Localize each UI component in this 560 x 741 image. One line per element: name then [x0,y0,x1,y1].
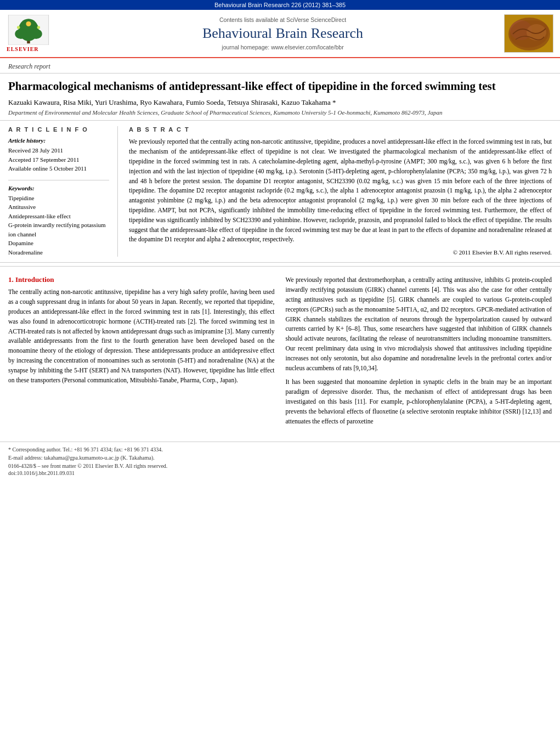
keyword-3: Antidepressant-like effect [8,212,109,221]
brain-image-area [493,14,553,53]
accepted-date: Accepted 17 September 2011 [8,155,109,165]
journal-bar: Behavioural Brain Research 226 (2012) 38… [0,0,560,10]
keyword-5: Dopamine [8,239,109,248]
elsevier-wordmark: ELSEVIER [7,46,39,52]
keywords-section: Keywords: Tipepidine Antitussive Antidep… [8,180,109,257]
svg-point-11 [527,24,546,41]
footer: * Corresponding author. Tel.: +81 96 371… [0,442,560,479]
intro-title: 1. Introduction [8,275,275,284]
svg-point-10 [510,20,532,40]
brain-image [504,14,553,53]
right-paragraph-1: We previously reported that dextromethor… [286,275,552,373]
intro-section: 1. Introduction The centrally acting non… [8,275,275,431]
body-content: 1. Introduction The centrally acting non… [0,270,560,436]
svg-point-4 [30,29,42,39]
article-type-label: Research report [8,63,50,70]
elsevier-logo-area: ELSEVIER [7,15,72,52]
keyword-6: Noradrenaline [8,248,109,257]
history-label: Article history: [8,137,109,144]
available-date: Available online 5 October 2011 [8,164,109,173]
received-date: Received 28 July 2011 [8,146,109,155]
svg-point-3 [15,29,27,39]
article-info-abstract: A R T I C L E I N F O Article history: R… [0,121,560,263]
affiliation: Department of Environmental and Molecula… [8,109,552,116]
star-note: * Corresponding author. Tel.: +81 96 371… [8,445,552,454]
elsevier-logo: ELSEVIER [7,15,72,52]
svg-point-6 [17,26,20,29]
article-title-section: Pharmacological mechanisms of antidepres… [0,73,560,121]
svg-point-5 [26,21,31,26]
article-title: Pharmacological mechanisms of antidepres… [8,79,552,94]
brain-svg [505,15,553,53]
keyword-4: G-protein inwardly rectifying potassium … [8,220,109,239]
svg-rect-8 [505,15,553,53]
journal-header: ELSEVIER Contents lists available at Sci… [0,10,560,58]
keyword-2: Antitussive [8,202,109,212]
issn-line: 0166-4328/$ – see front matter © 2011 El… [8,462,552,470]
intro-paragraph-1: The centrally acting non-narcotic antitu… [8,287,275,385]
article-type: Research report [0,58,560,73]
homepage-link: journal homepage: www.elsevier.com/locat… [72,44,493,50]
section-divider [0,266,560,267]
email-note: E-mail address: takahama@gpa.kumamoto-u.… [8,454,552,462]
elsevier-tree-icon [7,15,50,45]
abstract-copyright: © 2011 Elsevier B.V. All rights reserved… [129,249,552,256]
article-info-col: A R T I C L E I N F O Article history: R… [8,126,118,257]
right-paragraph-2: It has been suggested that monoamine dep… [286,377,552,426]
authors: Kazuaki Kawaura, Risa Miki, Yuri Urashim… [8,98,552,107]
doi-line: doi:10.1016/j.bbr.2011.09.031 [8,470,552,476]
journal-citation: Behavioural Brain Research 226 (2012) 38… [214,2,346,8]
keywords-label: Keywords: [8,185,109,191]
journal-title: Behavioural Brain Research [72,25,493,42]
journal-title-area: Contents lists available at SciVerse Sci… [72,16,493,50]
sciverse-link: Contents lists available at SciVerse Sci… [72,16,493,23]
abstract-col: A B S T R A C T We previously reported t… [129,126,552,257]
abstract-heading: A B S T R A C T [129,126,552,133]
article-info-heading: A R T I C L E I N F O [8,126,109,133]
abstract-text: We previously reported that the centrall… [129,137,552,245]
keyword-1: Tipepidine [8,194,109,203]
svg-point-7 [37,26,41,29]
right-section: We previously reported that dextromethor… [286,275,552,431]
